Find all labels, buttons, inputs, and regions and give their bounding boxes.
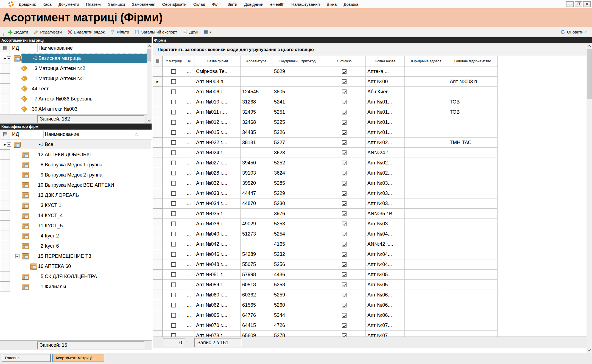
firm-address-cell[interactable] bbox=[405, 138, 448, 148]
firms-scrollbar[interactable] bbox=[587, 43, 592, 353]
firm-barcode-cell[interactable]: 5260 bbox=[272, 300, 323, 310]
firm-barcode-cell[interactable]: 5253 bbox=[272, 219, 323, 229]
checkbox-icon[interactable] bbox=[171, 211, 176, 216]
firm-fullname-cell[interactable]: Апт №01... bbox=[366, 107, 405, 117]
firm-parent-cell[interactable] bbox=[448, 239, 498, 249]
firm-address-cell[interactable] bbox=[405, 219, 448, 229]
is-branch-cell[interactable] bbox=[323, 188, 366, 198]
export-button[interactable]: Загальний експорт bbox=[135, 30, 177, 35]
checkbox-icon[interactable] bbox=[171, 120, 176, 125]
grid-options-icon[interactable] bbox=[156, 59, 159, 63]
firm-parent-cell[interactable]: ТОВ bbox=[448, 107, 498, 117]
firm-fullname-cell[interactable]: Апт №06... bbox=[366, 290, 405, 300]
firm-name-cell[interactable]: Апт №028 г.... bbox=[194, 168, 241, 178]
firm-barcode-cell[interactable]: 5259 bbox=[272, 290, 323, 300]
firm-parent-cell[interactable] bbox=[448, 310, 498, 320]
firm-parent-cell[interactable] bbox=[448, 209, 498, 219]
firm-id-cell[interactable]: ... bbox=[185, 249, 194, 259]
firm-address-cell[interactable] bbox=[405, 239, 448, 249]
checkbox-icon[interactable] bbox=[171, 100, 176, 104]
scroll-up-icon[interactable] bbox=[588, 45, 591, 48]
tree-row[interactable]: 13ДЗК ЛОРЕАЛЬ bbox=[0, 190, 152, 200]
tab-assortment-matrices[interactable]: Асортимент матриці ... bbox=[52, 354, 104, 362]
firms-column-header[interactable]: ІД bbox=[185, 56, 194, 66]
firm-parent-cell[interactable] bbox=[448, 87, 498, 97]
firm-barcode-cell[interactable]: 4436 bbox=[272, 270, 323, 280]
firm-name-cell[interactable]: Апт №022 г.... bbox=[194, 138, 241, 148]
firm-address-cell[interactable] bbox=[405, 97, 448, 107]
checkbox-icon[interactable] bbox=[171, 150, 176, 155]
is-branch-cell[interactable] bbox=[323, 310, 366, 320]
table-row[interactable]: ...Апт №024 г....3623АN№24 г.... bbox=[153, 148, 498, 158]
checkbox-icon[interactable] bbox=[342, 140, 347, 145]
in-matrix-cell[interactable] bbox=[163, 188, 185, 198]
firm-id-cell[interactable]: ... bbox=[185, 320, 194, 331]
in-matrix-cell[interactable] bbox=[163, 168, 185, 178]
firm-barcode-cell[interactable]: 5251 bbox=[272, 107, 323, 117]
firm-parent-cell[interactable] bbox=[448, 188, 498, 198]
firm-id-cell[interactable]: ... bbox=[185, 127, 194, 138]
firm-address-cell[interactable] bbox=[405, 290, 448, 300]
in-matrix-cell[interactable] bbox=[163, 300, 185, 310]
checkbox-icon[interactable] bbox=[171, 89, 176, 94]
tree-row[interactable]: 30АМ аптеки №003 bbox=[0, 104, 152, 114]
firm-address-cell[interactable] bbox=[405, 127, 448, 138]
firm-address-cell[interactable] bbox=[405, 270, 448, 280]
firms-column-header[interactable]: Назва фірми bbox=[194, 56, 241, 66]
checkbox-icon[interactable] bbox=[342, 79, 347, 84]
in-matrix-cell[interactable] bbox=[163, 158, 185, 168]
firm-barcode-cell[interactable]: 5232 bbox=[272, 249, 323, 259]
firm-name-cell[interactable]: Апт №048 г.... bbox=[194, 259, 241, 270]
firm-address-cell[interactable] bbox=[405, 331, 448, 337]
firm-barcode-cell[interactable]: 5254 bbox=[272, 229, 323, 239]
view-options-button[interactable]: ▾ bbox=[203, 30, 211, 34]
firm-address-cell[interactable] bbox=[405, 148, 448, 158]
in-matrix-cell[interactable] bbox=[163, 331, 185, 337]
checkbox-icon[interactable] bbox=[342, 201, 347, 206]
firm-parent-cell[interactable] bbox=[448, 290, 498, 300]
firm-address-cell[interactable] bbox=[405, 168, 448, 178]
menu-item[interactable]: Документи bbox=[58, 2, 79, 7]
checkbox-icon[interactable] bbox=[342, 171, 347, 175]
tree-row[interactable]: 3КУСТ 1 bbox=[0, 200, 152, 211]
firm-id-cell[interactable]: ... bbox=[185, 188, 194, 198]
firm-abbr-cell[interactable] bbox=[241, 239, 272, 249]
checkbox-icon[interactable] bbox=[171, 262, 176, 267]
firm-fullname-cell[interactable]: Апт №06... bbox=[366, 300, 405, 310]
in-matrix-cell[interactable] bbox=[163, 290, 185, 300]
matrices-scrollbar[interactable] bbox=[147, 43, 152, 123]
checkbox-icon[interactable] bbox=[171, 333, 176, 337]
firm-name-cell[interactable]: Апт №032 г.... bbox=[194, 178, 241, 188]
is-branch-cell[interactable] bbox=[323, 198, 366, 209]
checkbox-icon[interactable] bbox=[171, 161, 176, 165]
firm-abbr-cell[interactable] bbox=[241, 77, 272, 87]
in-matrix-cell[interactable] bbox=[163, 178, 185, 188]
firm-barcode-cell[interactable]: 4165 bbox=[272, 239, 323, 249]
checkbox-icon[interactable] bbox=[342, 303, 347, 307]
firm-barcode-cell[interactable]: 5226 bbox=[272, 127, 323, 138]
checkbox-icon[interactable] bbox=[342, 120, 347, 125]
firm-name-cell[interactable]: Апт №073 г.... bbox=[194, 331, 241, 337]
menu-item[interactable]: Налаштування bbox=[291, 2, 320, 7]
firm-name-cell[interactable]: Апт №059 г.... bbox=[194, 280, 241, 290]
firm-address-cell[interactable] bbox=[405, 77, 448, 87]
column-divider[interactable] bbox=[43, 131, 44, 138]
firm-id-cell[interactable]: ... bbox=[185, 259, 194, 270]
firm-address-cell[interactable] bbox=[405, 178, 448, 188]
in-matrix-cell[interactable] bbox=[163, 127, 185, 138]
is-branch-cell[interactable] bbox=[323, 148, 366, 158]
table-row[interactable]: ...Апт №011 г....324955251Апт №01...ТОВ bbox=[153, 107, 498, 117]
menu-item[interactable]: Склад bbox=[193, 2, 205, 7]
table-row[interactable]: ...Апт №040 г....512735254Апт №04... bbox=[153, 229, 498, 239]
firms-column-header[interactable]: Внутрішній штрих-код bbox=[272, 56, 323, 66]
firm-fullname-cell[interactable]: Апт №07... bbox=[366, 320, 405, 331]
firm-fullname-cell[interactable]: Апт №01... bbox=[366, 127, 405, 138]
checkbox-icon[interactable] bbox=[342, 282, 347, 287]
checkbox-icon[interactable] bbox=[342, 333, 347, 337]
firm-abbr-cell[interactable]: 60362 bbox=[241, 290, 272, 300]
in-matrix-cell[interactable] bbox=[163, 117, 185, 127]
firm-name-cell[interactable]: Апт №062 г.... bbox=[194, 300, 241, 310]
menu-item[interactable]: Довідники bbox=[244, 2, 263, 7]
in-matrix-cell[interactable] bbox=[163, 239, 185, 249]
tree-row[interactable]: ▶-1Базисная матрица bbox=[0, 53, 152, 63]
